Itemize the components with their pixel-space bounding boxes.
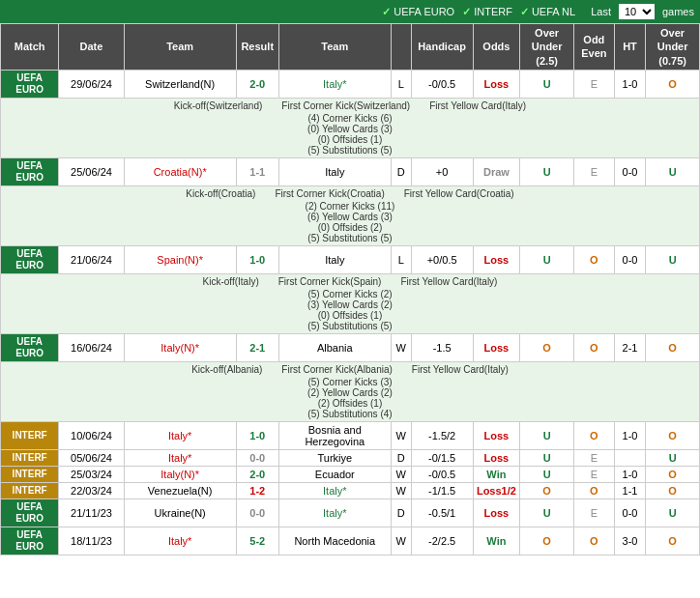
stat-item: (5) Substitutions (5)	[307, 233, 392, 243]
handicap-cell: -0/0.5	[411, 70, 473, 98]
ht-cell	[614, 449, 645, 466]
team1-cell: Spain(N)*	[124, 245, 236, 273]
col-date: Date	[59, 24, 124, 71]
oddeven-cell: E	[573, 70, 614, 98]
match-cell: INTERF	[1, 482, 59, 498]
match-cell: UEFA EURO	[1, 527, 59, 555]
filter-euro[interactable]: ✓ UEFA EURO	[382, 6, 454, 18]
ht-cell: 0-0	[614, 157, 645, 185]
col-hw	[391, 24, 411, 71]
hw-cell: W	[391, 466, 411, 482]
ht-cell: 1-0	[614, 421, 645, 449]
card-info: First Yellow Card(Croatia)	[404, 188, 514, 199]
header-bar: ✓ UEFA EURO ✓ INTERF ✓ UEFA NL Last 10 5…	[0, 0, 700, 23]
odds-cell: Loss	[473, 449, 520, 466]
table-row: UEFA EURO21/11/23Ukraine(N)0-0Italy*D-0.…	[1, 498, 700, 527]
ht-cell: 2-1	[614, 333, 645, 361]
card-info: First Yellow Card(Italy)	[400, 276, 497, 287]
kickoff-info: Kick-off(Switzerland)	[174, 100, 263, 111]
date-cell: 18/11/23	[59, 527, 124, 555]
corner-info: First Corner Kick(Switzerland)	[281, 100, 410, 111]
col-result: Result	[236, 24, 278, 71]
ou25-cell: U	[520, 449, 574, 466]
result-cell: 0-0	[236, 449, 278, 466]
hw-cell: W	[391, 421, 411, 449]
ou075-cell: U	[646, 498, 700, 527]
date-cell: 29/06/24	[59, 70, 124, 98]
col-team1: Team	[124, 24, 236, 71]
hw-cell: D	[391, 157, 411, 185]
ou25-cell: U	[520, 70, 574, 98]
team2-cell: Albania	[278, 333, 391, 361]
match-cell: UEFA EURO	[1, 498, 59, 527]
date-cell: 25/06/24	[59, 157, 124, 185]
match-cell: INTERF	[1, 466, 59, 482]
col-odds: Odds	[473, 24, 520, 71]
stat-item: (0) Offsides (2)	[318, 222, 383, 233]
handicap-cell: -0/0.5	[411, 466, 473, 482]
team2-cell: Bosnia and Herzegovina	[278, 421, 391, 449]
match-cell: UEFA EURO	[1, 157, 59, 185]
handicap-cell: +0	[411, 157, 473, 185]
stat-item: (5) Substitutions (5)	[307, 321, 392, 331]
date-cell: 16/06/24	[59, 333, 124, 361]
team2-cell: Italy*	[278, 70, 391, 98]
ou25-cell: O	[520, 333, 574, 361]
ou075-cell: U	[646, 157, 700, 185]
ou075-cell: O	[646, 466, 700, 482]
ou25-cell: O	[520, 527, 574, 555]
table-row: UEFA EURO21/06/24Spain(N)*1-0ItalyL+0/0.…	[1, 245, 700, 273]
filter-uefa-nl[interactable]: ✓ UEFA NL	[520, 6, 575, 18]
games-select[interactable]: 10 5 20	[619, 4, 655, 19]
detail-cell: Kick-off(Switzerland) First Corner Kick(…	[1, 98, 700, 157]
team1-cell: Switzerland(N)	[124, 70, 236, 98]
stat-item: (0) Offsides (1)	[318, 134, 383, 145]
table-row: INTERF22/03/24Venezuela(N)1-2Italy*W-1/1…	[1, 482, 700, 498]
odds-cell: Loss	[473, 333, 520, 361]
date-cell: 05/06/24	[59, 449, 124, 466]
result-cell: 2-1	[236, 333, 278, 361]
result-cell: 1-2	[236, 482, 278, 498]
oddeven-cell: O	[573, 333, 614, 361]
last-label: Last	[591, 6, 611, 17]
date-cell: 22/03/24	[59, 482, 124, 498]
odds-cell: Loss	[473, 421, 520, 449]
handicap-cell: -1/1.5	[411, 482, 473, 498]
hw-cell: D	[391, 498, 411, 527]
table-row: INTERF10/06/24Italy*1-0Bosnia and Herzeg…	[1, 421, 700, 449]
hw-cell: L	[391, 70, 411, 98]
handicap-cell: -1.5/2	[411, 421, 473, 449]
odds-cell: Loss	[473, 70, 520, 98]
stat-item: (0) Yellow Cards (3)	[307, 124, 393, 134]
ou25-cell: U	[520, 466, 574, 482]
odds-cell: Loss	[473, 245, 520, 273]
detail-row: Kick-off(Albania) First Corner Kick(Alba…	[1, 361, 700, 421]
ou25-cell: U	[520, 157, 574, 185]
team1-cell: Italy*	[124, 527, 236, 555]
ht-cell: 1-0	[614, 70, 645, 98]
col-oddeven: Odd Even	[573, 24, 614, 71]
stat-item: (5) Corner Kicks (3)	[307, 377, 392, 387]
handicap-cell: +0/0.5	[411, 245, 473, 273]
ou075-cell: O	[646, 70, 700, 98]
detail-row: Kick-off(Italy) First Corner Kick(Spain)…	[1, 273, 700, 333]
match-cell: INTERF	[1, 449, 59, 466]
stat-item: (3) Yellow Cards (2)	[307, 299, 393, 310]
result-cell: 2-0	[236, 466, 278, 482]
date-cell: 21/11/23	[59, 498, 124, 527]
table-row: UEFA EURO29/06/24Switzerland(N)2-0Italy*…	[1, 70, 700, 98]
date-cell: 25/03/24	[59, 466, 124, 482]
stat-item: (5) Substitutions (5)	[307, 145, 392, 156]
filter-interf[interactable]: ✓ INTERF	[462, 6, 512, 18]
team2-cell: Ecuador	[278, 466, 391, 482]
kickoff-info: Kick-off(Croatia)	[186, 188, 255, 199]
ou25-cell: U	[520, 245, 574, 273]
stat-item: (2) Offsides (1)	[318, 398, 383, 409]
oddeven-cell: E	[573, 498, 614, 527]
odds-cell: Win	[473, 466, 520, 482]
handicap-cell: -0/1.5	[411, 449, 473, 466]
result-cell: 1-0	[236, 245, 278, 273]
corner-info: First Corner Kick(Croatia)	[275, 188, 384, 199]
oddeven-cell: O	[573, 482, 614, 498]
result-cell: 1-0	[236, 421, 278, 449]
